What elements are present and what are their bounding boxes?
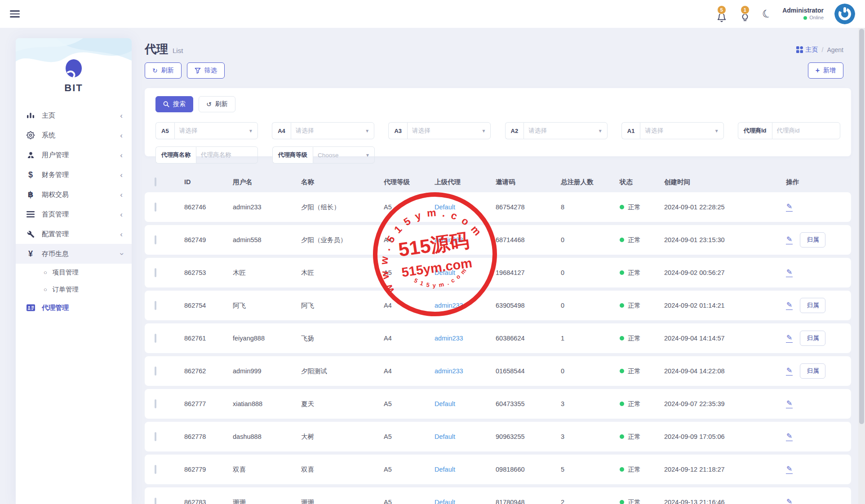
parent-agent-link[interactable]: admin233 — [435, 236, 463, 243]
parent-agent-link[interactable]: admin233 — [435, 367, 463, 375]
cell-id: 862754 — [175, 302, 224, 309]
search-button[interactable]: 搜索 — [155, 96, 193, 112]
scrollbar-thumb[interactable] — [859, 29, 864, 424]
sidebar-item-8[interactable]: ¥存币生息‹ — [16, 244, 132, 264]
cell-registered-count: 0 — [552, 302, 611, 309]
row-checkbox[interactable] — [155, 399, 156, 408]
edit-icon[interactable]: ✎ — [786, 465, 793, 474]
level-select-A5[interactable]: 请选择▼ — [174, 122, 258, 139]
row-checkbox[interactable] — [155, 432, 156, 441]
select-all-checkbox[interactable] — [155, 177, 156, 186]
agent-level-label: 代理商等级 — [272, 146, 313, 164]
status-badge: 正常 — [620, 203, 655, 212]
breadcrumb-home-link[interactable]: 主页 — [796, 46, 818, 54]
parent-agent-link[interactable]: Default — [435, 400, 455, 407]
level-select-A3[interactable]: 请选择▼ — [407, 122, 491, 139]
table-row: 862778dashu888大树A5Default909632553正常2024… — [145, 422, 851, 451]
sidebar-item-label: 期权交易 — [42, 190, 69, 199]
row-checkbox[interactable] — [155, 498, 156, 504]
sidebar-item-7[interactable]: 配置管理‹ — [16, 224, 132, 244]
agent-id-input[interactable]: 代理商id — [772, 122, 840, 139]
sidebar-item-3[interactable]: 用户管理‹ — [16, 145, 132, 165]
row-checkbox[interactable] — [155, 203, 156, 212]
row-checkbox[interactable] — [155, 334, 156, 343]
cell-registered-count: 0 — [552, 236, 611, 243]
edit-icon[interactable]: ✎ — [786, 334, 793, 343]
owner-button[interactable]: 归属 — [800, 363, 825, 379]
agent-name-field-group: 代理商名称 代理商名称 — [155, 146, 258, 164]
message-notification[interactable]: 1 — [739, 5, 751, 22]
owner-button[interactable]: 归属 — [800, 232, 825, 248]
sidebar-item-6[interactable]: 首页管理‹ — [16, 204, 132, 224]
parent-agent-link[interactable]: Default — [435, 269, 455, 276]
edit-icon[interactable]: ✎ — [786, 301, 793, 310]
add-button[interactable]: + 新增 — [808, 62, 843, 79]
row-checkbox[interactable] — [155, 367, 156, 376]
row-checkbox[interactable] — [155, 268, 156, 277]
status-badge: 正常 — [620, 465, 655, 474]
bell-notification[interactable]: 5 — [715, 5, 728, 22]
edit-icon[interactable]: ✎ — [786, 203, 793, 212]
dark-mode-toggle-moon-icon[interactable]: ☾ — [760, 7, 773, 21]
parent-agent-link[interactable]: Default — [435, 433, 455, 440]
cell-created-time: 2024-09-02 01:14:21 — [655, 302, 777, 309]
cell-level: A5 — [375, 269, 426, 276]
edit-icon[interactable]: ✎ — [786, 367, 793, 376]
sidebar-item-9[interactable]: 代理管理 — [16, 298, 132, 318]
breadcrumb-current: Agent — [827, 46, 843, 53]
parent-agent-link[interactable]: admin233 — [435, 335, 463, 342]
owner-button[interactable]: 归属 — [800, 298, 825, 313]
sidebar-item-2[interactable]: 系统‹ — [16, 125, 132, 145]
select-label: A3 — [388, 122, 407, 139]
parent-agent-link[interactable]: Default — [435, 499, 455, 504]
parent-agent-link[interactable]: Default — [435, 203, 455, 211]
level-select-A2[interactable]: 请选择▼ — [523, 122, 607, 139]
edit-icon[interactable]: ✎ — [786, 399, 793, 408]
cell-level: A5 — [375, 499, 426, 504]
table-row: 862761feiyang888飞扬A4admin233603866241正常2… — [145, 323, 851, 353]
bar-chart-icon — [25, 111, 36, 119]
sidebar-item-4[interactable]: $财务管理‹ — [16, 165, 132, 185]
sidebar-item-label: 代理管理 — [42, 304, 69, 312]
hamburger-menu-icon[interactable] — [10, 9, 20, 19]
edit-icon[interactable]: ✎ — [786, 268, 793, 277]
parent-agent-link[interactable]: Default — [435, 466, 455, 473]
owner-button[interactable]: 归属 — [800, 331, 825, 346]
edit-icon[interactable]: ✎ — [786, 235, 793, 244]
agent-level-select[interactable]: Choose▼ — [313, 146, 375, 164]
cell-username: xiatian888 — [224, 400, 292, 407]
level-select-A1[interactable]: 请选择▼ — [640, 122, 723, 139]
level-select-group-A2: A2请选择▼ — [505, 122, 608, 139]
agent-name-input[interactable]: 代理商名称 — [196, 146, 258, 164]
dollar-icon: $ — [25, 170, 36, 180]
sidebar-item-5[interactable]: ฿期权交易‹ — [16, 185, 132, 204]
refresh-button[interactable]: ↻ 刷新 — [145, 62, 182, 79]
edit-icon[interactable]: ✎ — [786, 432, 793, 441]
sidebar-subitem[interactable]: ○项目管理 — [16, 264, 132, 281]
cell-id: 862762 — [175, 367, 224, 375]
page-scrollbar[interactable] — [858, 28, 865, 504]
level-select-A4[interactable]: 请选择▼ — [291, 122, 374, 139]
row-checkbox[interactable] — [155, 235, 156, 244]
chevron-down-icon: ▼ — [365, 128, 369, 133]
sidebar-item-1[interactable]: 主页‹ — [16, 106, 132, 125]
row-checkbox[interactable] — [155, 465, 156, 474]
row-checkbox[interactable] — [155, 301, 156, 310]
status-dot — [620, 205, 624, 209]
filter-button[interactable]: 筛选 — [187, 62, 225, 79]
cell-level: A4 — [375, 236, 426, 243]
avatar[interactable] — [834, 4, 855, 24]
cell-registered-count: 5 — [552, 466, 611, 473]
cell-username: 木匠 — [224, 269, 292, 277]
refresh-icon: ↻ — [152, 67, 158, 74]
column-header: ID — [175, 178, 224, 186]
cell-level: A5 — [375, 203, 426, 211]
sidebar-subitem[interactable]: ○订单管理 — [16, 281, 132, 298]
cell-invite-code: 60386624 — [487, 335, 552, 342]
column-header: 状态 — [611, 178, 655, 186]
parent-agent-link[interactable]: admin233 — [435, 302, 463, 309]
filter-refresh-button[interactable]: ↺ 刷新 — [199, 96, 235, 112]
edit-icon[interactable]: ✎ — [786, 498, 793, 504]
column-header: 用户名 — [224, 178, 292, 186]
cell-registered-count: 0 — [552, 269, 611, 276]
